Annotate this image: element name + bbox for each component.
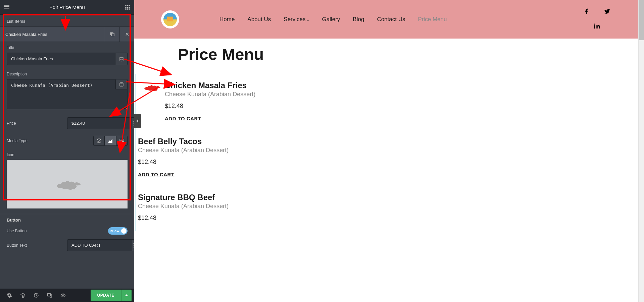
button-section-heading: Button (7, 218, 128, 223)
title-input[interactable] (7, 53, 115, 65)
svg-rect-1 (4, 6, 9, 7)
responsive-icon[interactable] (43, 289, 56, 302)
media-icon-button[interactable] (105, 136, 116, 146)
list-items-label: List Items (0, 15, 134, 26)
svg-point-22 (62, 295, 64, 296)
menu-item-title: Chicken Masala Fries (165, 81, 640, 90)
description-label: Description (7, 72, 128, 76)
description-input[interactable] (7, 79, 128, 109)
history-icon[interactable] (30, 289, 43, 302)
chevron-down-icon: ⌵ (307, 17, 309, 22)
editor-sidebar: Edit Price Menu List Items Chicken Masal… (0, 0, 134, 302)
facebook-icon[interactable] (584, 8, 590, 16)
menu-item: Chicken Masala Fries Cheese Kunafa (Arab… (136, 74, 640, 130)
navigator-icon[interactable] (16, 289, 30, 302)
preview-icon[interactable] (56, 289, 70, 302)
menu-item-price: $12.48 (138, 159, 640, 166)
site-logo[interactable] (161, 10, 179, 28)
apps-grid-icon[interactable] (122, 5, 130, 10)
nav-price-menu[interactable]: Price Menu (418, 16, 447, 23)
hamburger-menu-icon[interactable] (4, 3, 12, 11)
svg-rect-7 (127, 7, 128, 8)
bird-icon (52, 174, 82, 194)
svg-rect-6 (125, 7, 126, 8)
sidebar-header: Edit Price Menu (0, 0, 134, 15)
svg-point-18 (121, 140, 122, 141)
add-to-cart-button[interactable]: ADD TO CART (165, 116, 201, 121)
linkedin-icon[interactable] (594, 22, 600, 31)
settings-icon[interactable] (3, 289, 16, 302)
sidebar-footer: UPDATE (0, 289, 134, 302)
nav-blog[interactable]: Blog (353, 16, 364, 23)
svg-point-14 (120, 82, 123, 83)
menu-item: Beef Belly Tacos Cheese Kunafa (Arabian … (136, 130, 640, 186)
site-nav: Home About Us Services⌵ Gallery Blog Con… (219, 16, 447, 23)
page-title: Price Menu (178, 45, 644, 64)
svg-rect-8 (129, 7, 130, 8)
update-button[interactable]: UPDATE (91, 290, 121, 301)
svg-rect-3 (125, 5, 126, 6)
duplicate-item-button[interactable] (105, 27, 119, 42)
nav-gallery[interactable]: Gallery (322, 16, 340, 23)
price-menu-widget[interactable]: Chicken Masala Fries Cheese Kunafa (Arab… (136, 74, 641, 231)
panel-title: Edit Price Menu (12, 4, 122, 10)
preview-canvas: Home About Us Services⌵ Gallery Blog Con… (134, 0, 644, 302)
svg-rect-9 (125, 8, 126, 9)
site-header: Home About Us Services⌵ Gallery Blog Con… (134, 0, 644, 39)
svg-rect-4 (127, 5, 128, 6)
use-button-toggle[interactable]: SHOW (108, 227, 128, 235)
bird-icon (141, 81, 161, 94)
svg-rect-11 (129, 8, 130, 9)
icon-preview-area[interactable] (7, 160, 128, 208)
nav-home[interactable]: Home (219, 16, 235, 23)
media-image-button[interactable] (116, 136, 128, 146)
nav-services[interactable]: Services⌵ (284, 16, 309, 23)
svg-point-13 (119, 57, 123, 58)
svg-rect-0 (4, 5, 9, 6)
list-item-header[interactable]: Chicken Masala Fries (0, 26, 134, 42)
price-label: Price (7, 121, 67, 126)
menu-item-desc: Cheese Kunafa (Arabian Dessert) (138, 203, 640, 210)
menu-item-price: $12.48 (165, 103, 640, 110)
media-type-label: Media Type (7, 138, 93, 143)
title-dynamic-button[interactable] (115, 53, 128, 65)
menu-item-desc: Cheese Kunafa (Arabian Dessert) (138, 147, 640, 154)
menu-item: Signature BBQ Beef Cheese Kunafa (Arabia… (136, 186, 640, 231)
list-item-name: Chicken Masala Fries (0, 27, 105, 42)
svg-rect-10 (127, 8, 128, 9)
media-none-button[interactable] (93, 136, 105, 146)
menu-item-title: Signature BBQ Beef (138, 193, 640, 202)
button-text-input[interactable] (67, 239, 132, 251)
add-to-cart-button[interactable]: ADD TO CART (138, 172, 175, 177)
description-dynamic-button[interactable] (115, 79, 128, 90)
svg-rect-5 (129, 5, 130, 6)
menu-item-title: Beef Belly Tacos (138, 137, 640, 146)
scrollbar[interactable] (638, 0, 644, 302)
title-label: Title (7, 45, 128, 50)
svg-rect-2 (4, 8, 9, 8)
price-input[interactable] (67, 117, 132, 129)
svg-rect-12 (111, 33, 114, 36)
menu-item-price: $12.48 (138, 215, 640, 222)
button-text-label: Button Text (7, 243, 27, 248)
remove-item-button[interactable] (119, 27, 134, 42)
nav-contact[interactable]: Contact Us (377, 16, 405, 23)
nav-about[interactable]: About Us (247, 16, 271, 23)
update-options-button[interactable] (121, 290, 132, 301)
use-button-label: Use Button (7, 229, 27, 233)
twitter-icon[interactable] (604, 8, 610, 16)
icon-label: Icon (7, 153, 128, 157)
menu-item-desc: Cheese Kunafa (Arabian Dessert) (165, 91, 640, 98)
collapse-panel-button[interactable] (134, 114, 141, 128)
